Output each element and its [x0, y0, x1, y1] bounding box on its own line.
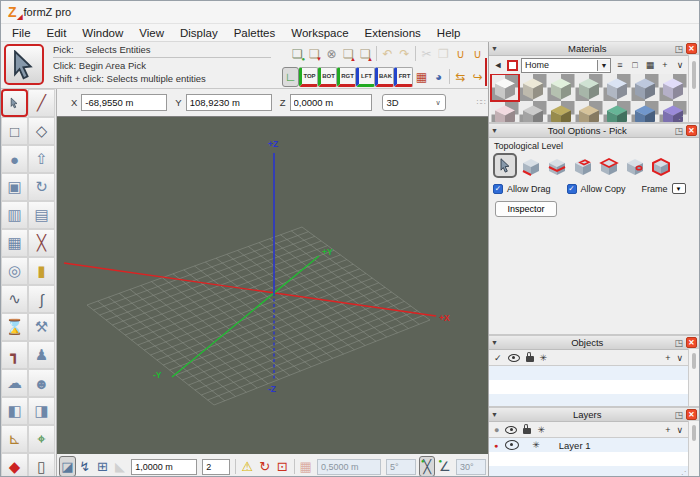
material-swatch-2-3[interactable] — [547, 101, 575, 122]
add-layer-button[interactable]: + — [665, 425, 670, 435]
break-tool[interactable]: ╳ — [28, 229, 55, 257]
menu-help[interactable]: Help — [437, 27, 461, 39]
trash-tool[interactable]: ▯ — [28, 453, 55, 477]
view-options-button[interactable]: ↪ — [469, 67, 486, 87]
collapse-icon[interactable]: ▼ — [491, 127, 500, 134]
undock-icon[interactable]: ◳ — [674, 410, 683, 420]
material-bucket-button[interactable]: ∪ — [452, 44, 469, 64]
view-frt-button[interactable]: FRT — [394, 67, 413, 87]
extrusion-tool[interactable]: ⇧ — [28, 145, 55, 173]
materials-group-select[interactable]: Home ▼ — [521, 58, 611, 73]
list-view-icon[interactable]: ≡ — [614, 60, 626, 70]
cylinder-tool[interactable]: ▮ — [28, 257, 55, 285]
cube-tool[interactable]: ▣ — [1, 173, 28, 201]
material-swatch-2-1[interactable] — [491, 101, 519, 122]
menu-display[interactable]: Display — [180, 27, 218, 39]
collapse-icon[interactable]: ▼ — [491, 411, 500, 418]
sphere-tool[interactable]: ● — [1, 145, 28, 173]
save-project-button[interactable]: ❏▼ — [306, 44, 323, 64]
view-bak-button[interactable]: BAK — [375, 67, 394, 87]
polygon-tool[interactable]: ◇ — [28, 117, 55, 145]
material-swatch-2-5[interactable] — [603, 101, 631, 122]
materials-grip[interactable]: ⋰ — [678, 113, 686, 121]
custom-view-button[interactable]: ∟ — [282, 67, 299, 87]
object-ghost-icon[interactable]: ✳ — [540, 353, 548, 363]
menu-window[interactable]: Window — [82, 27, 123, 39]
redo-button[interactable]: ↷ — [396, 44, 413, 64]
inspector-button[interactable]: Inspector — [495, 201, 557, 217]
material-swatch-1-3[interactable] — [547, 74, 575, 101]
window-setup-button[interactable]: ⊞ — [94, 456, 111, 477]
materials-close-button[interactable]: ✕ — [686, 43, 697, 54]
view-lft-button[interactable]: LFT — [356, 67, 375, 87]
view-rgt-button[interactable]: RGT — [337, 67, 356, 87]
object-pick-icon[interactable]: ✓ — [494, 353, 502, 363]
y-coord-input[interactable] — [186, 94, 272, 111]
material-swatch-2-2[interactable] — [519, 101, 547, 122]
pick-tool[interactable] — [1, 89, 28, 117]
zoom-options-button[interactable]: ⇆ — [452, 67, 469, 87]
spline-tool[interactable]: ∿ — [1, 285, 28, 313]
material-swatch-1-2[interactable] — [519, 74, 547, 101]
guides-button[interactable]: ⚠ — [239, 456, 256, 477]
materials-menu-button[interactable]: ∨ — [674, 60, 686, 70]
z-coord-input[interactable] — [290, 94, 372, 111]
axes-tool[interactable]: ⌖ — [28, 425, 55, 453]
layers-menu-button[interactable]: ∨ — [676, 425, 683, 435]
undock-icon[interactable]: ◳ — [674, 126, 683, 136]
layer-row[interactable]: ●✳Layer 1 — [489, 438, 688, 452]
material-swatch-2-6[interactable] — [631, 101, 659, 122]
reference-plane-button[interactable]: ◪ — [59, 456, 76, 477]
terrain-tool[interactable]: ☁ — [1, 369, 28, 397]
layer-ghost-icon[interactable]: ✳ — [537, 425, 545, 435]
undock-icon[interactable]: ◳ — [674, 44, 683, 54]
layers-grip[interactable]: ⋰ — [678, 471, 686, 477]
rectangle-tool[interactable]: □ — [1, 117, 28, 145]
layer-lock-icon[interactable] — [523, 428, 531, 434]
material-swatch-1-1[interactable] — [491, 74, 519, 101]
menu-view[interactable]: View — [139, 27, 164, 39]
pipe-tool[interactable]: ┓ — [1, 341, 28, 369]
topo-face-button[interactable] — [597, 153, 621, 178]
layers-scrollbar[interactable] — [688, 421, 699, 477]
menu-workspace[interactable]: Workspace — [291, 27, 348, 39]
people-tool[interactable]: ☻ — [28, 369, 55, 397]
add-object-button[interactable]: + — [665, 353, 670, 363]
collapse-icon[interactable]: ▼ — [491, 339, 500, 346]
ball-tool[interactable]: ◎ — [1, 257, 28, 285]
mesh-tool[interactable]: ▦ — [1, 229, 28, 257]
layer-row-empty[interactable] — [489, 452, 688, 466]
view-bot-button[interactable]: BOT — [318, 67, 337, 87]
topo-hole-button[interactable] — [623, 153, 647, 178]
x-coord-input[interactable] — [81, 94, 167, 111]
rotate-plane-button[interactable]: ↻ — [257, 456, 274, 477]
objects-close-button[interactable]: ✕ — [686, 337, 697, 348]
undo-button[interactable]: ↶ — [379, 44, 396, 64]
menu-extensions[interactable]: Extensions — [365, 27, 421, 39]
lathe-tool[interactable]: ⌛ — [1, 313, 28, 341]
snap-toggle-button[interactable]: ↯ — [77, 456, 94, 477]
angle-snap-button[interactable]: ∠● — [436, 456, 453, 477]
topo-object-button[interactable] — [649, 153, 673, 178]
grid-view-icon[interactable]: ▦ — [644, 60, 656, 70]
object-row[interactable] — [489, 394, 688, 406]
object-row[interactable] — [489, 366, 688, 380]
coordbar-grip[interactable]: ∷∷ — [477, 98, 485, 107]
topo-point-button[interactable] — [519, 153, 543, 178]
active-pick-tool-button[interactable] — [4, 44, 44, 85]
material-swatch-1-5[interactable] — [603, 74, 631, 101]
objects-scrollbar[interactable] — [688, 349, 699, 406]
frame-dropdown-button[interactable]: ▼ — [672, 183, 686, 194]
direction-snap-button[interactable]: ╳● — [419, 456, 436, 477]
material-swatch-1-7[interactable] — [659, 74, 687, 101]
add-material-button[interactable]: + — [659, 60, 671, 70]
new-project-button[interactable]: ❏● — [289, 44, 306, 64]
object-lock-icon[interactable] — [526, 356, 534, 362]
shaded-view-button[interactable]: ◕ — [430, 67, 447, 87]
objects-menu-button[interactable]: ∨ — [676, 353, 683, 363]
material-swatch-1-6[interactable] — [631, 74, 659, 101]
measure-tool[interactable]: ⊾ — [1, 425, 28, 453]
round-tool[interactable]: ▥ — [1, 201, 28, 229]
revolve-tool[interactable]: ↻ — [28, 173, 55, 201]
paint-tool[interactable]: ◆ — [1, 453, 28, 477]
